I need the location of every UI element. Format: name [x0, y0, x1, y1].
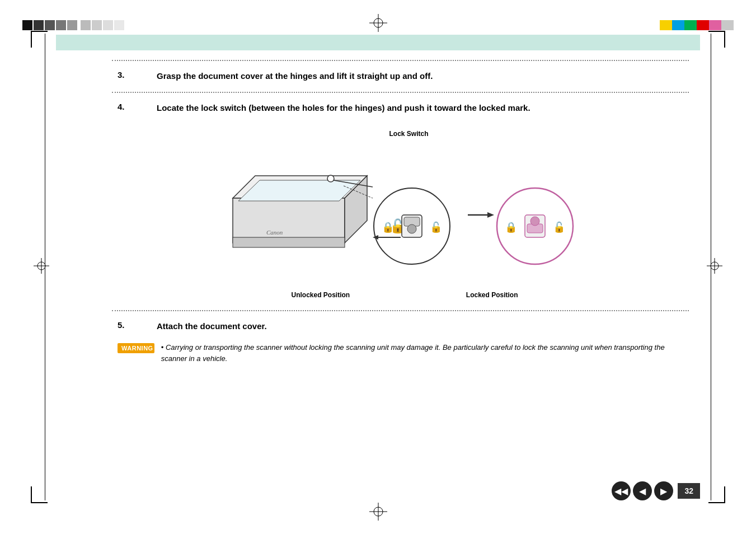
step-5-number: 5. [118, 320, 151, 330]
step-4-number: 4. [118, 102, 151, 111]
cb-cyan [672, 20, 684, 30]
gray-sq-4 [114, 20, 124, 30]
svg-point-31 [530, 217, 539, 226]
svg-text:🔒: 🔒 [505, 221, 518, 233]
warning-badge: WARNING [118, 343, 154, 353]
black-sq-3 [45, 20, 55, 30]
page-number: 32 [678, 483, 700, 499]
bottom-crosshair [369, 503, 387, 523]
cb-red [697, 20, 709, 30]
warning-section: WARNING • Carrying or transporting the s… [112, 342, 689, 366]
step-4: 4. Locate the lock switch (between the h… [112, 102, 689, 115]
step-5: 5. Attach the document cover. [112, 320, 689, 333]
svg-text:Canon: Canon [266, 229, 283, 236]
cb-pink [709, 20, 721, 30]
step-3-number: 3. [118, 70, 151, 79]
svg-text:🔒: 🔒 [382, 221, 395, 233]
black-sq-4 [56, 20, 66, 30]
scanner-illustration: Canon [233, 175, 373, 247]
right-crosshair [707, 258, 722, 276]
step-5-text: Attach the document cover. [157, 320, 267, 333]
nav-prev-button[interactable]: ◀ [633, 481, 652, 500]
color-strip-left [22, 20, 125, 30]
main-content: 3. Grasp the document cover at the hinge… [112, 53, 689, 489]
dotted-line-3 [112, 310, 689, 311]
gray-sq-2 [92, 20, 102, 30]
diagram-container: Lock Switch Canon [210, 125, 591, 299]
nav-next-button[interactable]: ▶ [654, 481, 673, 500]
dotted-line-1 [112, 60, 689, 61]
svg-point-21 [407, 224, 416, 233]
unlocked-diagram: 🔓 🔒 🔓 [373, 188, 450, 264]
locked-diagram: 🔒 🔓 [497, 188, 573, 264]
locked-position-label: Locked Position [466, 291, 518, 299]
svg-text:🔓: 🔓 [430, 221, 443, 233]
color-strip-right [660, 20, 734, 30]
black-sq-2 [34, 20, 44, 30]
cb-gray [721, 20, 734, 30]
unlocked-position-label: Unlocked Position [292, 291, 350, 299]
gray-sq-1 [81, 20, 91, 30]
gray-sq-3 [103, 20, 113, 30]
black-squares [22, 20, 78, 30]
svg-rect-13 [233, 237, 345, 247]
black-sq-1 [22, 20, 32, 30]
step-3: 3. Grasp the document cover at the hinge… [112, 70, 689, 83]
svg-marker-10 [233, 198, 345, 243]
top-crosshair [369, 14, 387, 34]
nav-buttons: ◀◀ ◀ ▶ 32 [612, 481, 700, 500]
gray-squares [81, 20, 125, 30]
black-sq-5 [67, 20, 77, 30]
step-3-text: Grasp the document cover at the hinges a… [157, 70, 433, 83]
cb-green [684, 20, 697, 30]
header-band [56, 35, 700, 50]
diagram-svg: Canon 🔓 🔒 [210, 137, 591, 293]
step-4-text: Locate the lock switch (between the hole… [157, 102, 530, 115]
svg-text:🔓: 🔓 [553, 221, 566, 233]
svg-marker-27 [487, 212, 494, 218]
warning-text: • Carrying or transporting the scanner w… [161, 342, 683, 366]
cb-yellow [660, 20, 672, 30]
left-crosshair [34, 258, 49, 276]
arrow [468, 212, 494, 218]
dotted-line-2 [112, 92, 689, 93]
nav-prev-prev-button[interactable]: ◀◀ [612, 481, 631, 500]
diagram-area: Lock Switch Canon [112, 125, 689, 299]
color-bar-right [660, 20, 734, 30]
svg-point-15 [327, 175, 334, 182]
svg-marker-12 [238, 180, 360, 201]
